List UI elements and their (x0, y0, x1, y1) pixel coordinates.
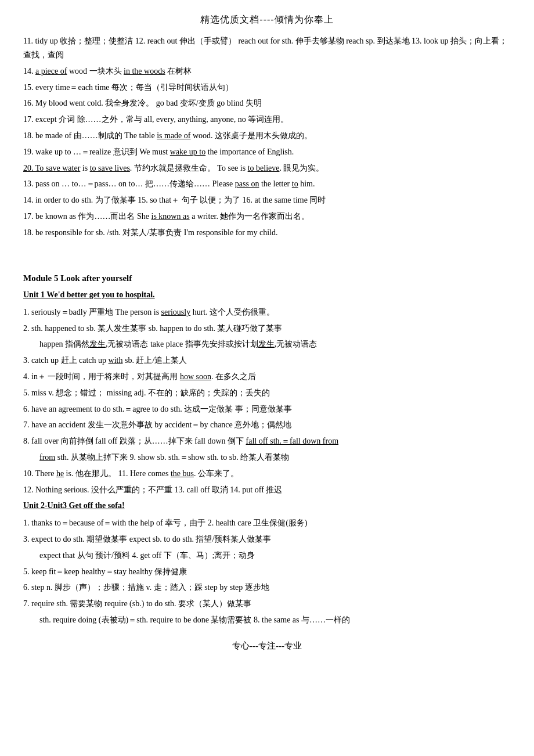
underline-tobelieve: to believe (248, 164, 280, 172)
footer-title: 专心---专注---专业 (23, 639, 511, 654)
underline-falloff: fall off sth.＝fall down from (246, 437, 339, 445)
unit1-header: Unit 1 We'd better get you to hospital. (23, 288, 511, 302)
line-18: 18. be made of 由……制成的 The table is made … (23, 129, 511, 143)
unit1-line5: 5. miss v. 想念；错过； missing adj. 不在的；缺席的；失… (23, 386, 511, 400)
unit1-section: Unit 1 We'd better get you to hospital. … (23, 288, 511, 496)
line-15: 15. every time＝each time 每次；每当（引导时间状语从句） (23, 81, 511, 95)
unit1-line6: 6. have an agreement to do sth.＝agree to… (23, 402, 511, 416)
line-16: 16. My blood went cold. 我全身发冷。 go bad 变坏… (23, 96, 511, 110)
module5-header: Module 5 Look after yourself (23, 271, 511, 286)
underline-from: from (39, 453, 55, 462)
line-17: 17. except 介词 除……之外，常与 all, every, anyth… (23, 113, 511, 127)
unit1-line10: 10. There he is. 他在那儿。 11. Here comes th… (23, 467, 511, 481)
unit2-line3b: expect that 从句 预计/预料 4. get off 下（车、马）;离… (39, 549, 511, 563)
unit2-line3: 3. expect to do sth. 期望做某事 expect sb. to… (23, 532, 511, 546)
underline-piece: a piece of (35, 67, 67, 75)
unit2-section: Unit 2-Unit3 Get off the sofa! 1. thanks… (23, 499, 511, 627)
unit2-line7: 7. require sth. 需要某物 require (sb.) to do… (23, 597, 511, 611)
underline-tosave: to save lives (90, 164, 130, 172)
unit1-line4: 4. in＋ 一段时间，用于将来时，对其提高用 how soon. 在多久之后 (23, 370, 511, 384)
line-20: 20. To save water is to save lives. 节约水就… (23, 161, 511, 175)
underline-howsoon: how soon (180, 372, 211, 381)
line-11: 11. tidy up 收拾；整理；使整洁 12. reach out 伸出（手… (23, 34, 511, 62)
unit1-line8b: from sth. 从某物上掉下来 9. show sb. sth.＝show … (39, 451, 511, 465)
underline-20: 20. To save water (23, 164, 80, 172)
line-18b: 18. be responsible for sb. /sth. 对某人/某事负… (23, 226, 511, 240)
unit2-header: Unit 2-Unit3 Get off the sofa! (23, 499, 511, 513)
unit2-line7b: sth. require doing (表被动)＝sth. require to… (39, 613, 511, 627)
unit1-line7: 7. have an accident 发生一次意外事故 by accident… (23, 418, 511, 432)
underline-takeplace: 发生 (258, 340, 275, 348)
unit2-line5: 5. keep fit＝keep healthy＝stay healthy 保持… (23, 565, 511, 579)
page-title: 精选优质文档----倾情为你奉上 (23, 12, 511, 27)
underline-thebus: the bus (171, 469, 194, 478)
line-14: 14. a piece of wood 一块木头 in the woods 在树… (23, 64, 511, 78)
underline-with: with (109, 356, 123, 365)
section-top: 11. tidy up 收拾；整理；使整洁 12. reach out 伸出（手… (23, 34, 511, 239)
underline-seriously: seriously (161, 308, 191, 316)
underline-to: to (292, 179, 298, 188)
line-14b: 14. in order to do sth. 为了做某事 15. so tha… (23, 193, 511, 207)
spacer-2 (23, 251, 511, 260)
unit1-line3: 3. catch up 赶上 catch up with sb. 赶上/追上某人 (23, 354, 511, 368)
line-17b: 17. be known as 作为……而出名 She is known as … (23, 210, 511, 224)
module5-section: Module 5 Look after yourself Unit 1 We'd… (23, 271, 511, 627)
underline-isknown: is known as (151, 212, 190, 221)
unit1-line8: 8. fall over 向前摔倒 fall off 跌落；从……掉下来 fal… (23, 434, 511, 448)
underline-happen: 发生 (89, 340, 106, 348)
line-13b: 13. pass on … to…＝pass… on to… 把……传递给…… … (23, 177, 511, 191)
spacer-1 (23, 243, 511, 251)
underline-passon: pass on (235, 179, 259, 188)
unit1-line2: 2. sth. happened to sb. 某人发生某事 sb. happe… (23, 322, 511, 336)
unit2-line6: 6. step n. 脚步（声）；步骤；措施 v. 走；踏入；踩 step by… (23, 581, 511, 595)
line-19: 19. wake up to …＝realize 意识到 We must wak… (23, 145, 511, 159)
unit1-line1: 1. seriously＝badly 严重地 The person is ser… (23, 305, 511, 319)
unit1-line2b: happen 指偶然发生,无被动语态 take place 指事先安排或按计划发… (39, 337, 511, 351)
underline-he: he (56, 469, 64, 478)
unit1-line12: 12. Nothing serious. 没什么严重的；不严重 13. call… (23, 483, 511, 497)
underline-made: is made of (157, 131, 190, 140)
page-container: 精选优质文档----倾情为你奉上 11. tidy up 收拾；整理；使整洁 1… (23, 12, 511, 653)
underline-in: in the woods (124, 67, 165, 75)
underline-wakeup: wake up to (170, 147, 205, 156)
unit2-line1: 1. thanks to＝because of＝with the help of… (23, 516, 511, 530)
